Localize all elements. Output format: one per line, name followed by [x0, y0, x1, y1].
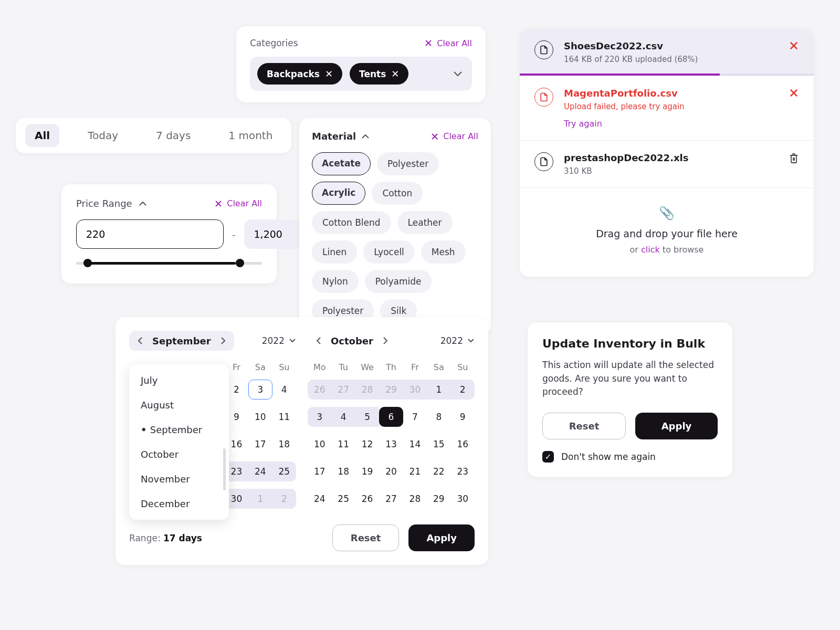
month-option[interactable]: August: [141, 400, 217, 411]
month-option[interactable]: November: [141, 474, 217, 485]
month-option[interactable]: December: [141, 498, 217, 509]
calendar-day[interactable]: 27: [379, 489, 403, 509]
chevron-right-icon[interactable]: [217, 335, 229, 346]
chevron-left-icon[interactable]: [134, 335, 146, 346]
calendar-day[interactable]: 27: [331, 380, 355, 400]
dropzone[interactable]: 📎Drag and drop your file hereor click to…: [520, 188, 814, 277]
calendar-day[interactable]: 21: [403, 461, 427, 481]
calendar-day[interactable]: 14: [403, 434, 427, 454]
chevron-right-icon[interactable]: [380, 335, 391, 346]
month-selector[interactable]: October: [308, 331, 396, 351]
calendar-day[interactable]: 11: [331, 434, 355, 454]
material-chip[interactable]: Acrylic: [312, 182, 365, 205]
retry-link[interactable]: Try again: [564, 119, 778, 129]
calendar-day[interactable]: 9: [451, 407, 475, 427]
calendar-day[interactable]: 4: [331, 407, 355, 427]
month-option[interactable]: July: [141, 375, 217, 386]
slider-thumb-min[interactable]: [83, 259, 92, 267]
category-chip[interactable]: Backpacks✕: [257, 63, 342, 85]
calendar-day[interactable]: 7: [403, 407, 427, 427]
calendar-day[interactable]: 11: [272, 407, 296, 427]
calendar-day[interactable]: 25: [272, 461, 296, 481]
material-title[interactable]: Material: [312, 131, 370, 142]
month-option[interactable]: October: [141, 449, 217, 460]
calendar-day[interactable]: 2: [451, 380, 475, 400]
calendar-day[interactable]: 2: [272, 489, 296, 509]
material-clear-all[interactable]: Clear All: [430, 131, 478, 141]
calendar-day[interactable]: 1: [427, 380, 450, 400]
chevron-left-icon[interactable]: [313, 335, 324, 346]
calendar-day[interactable]: 8: [427, 407, 450, 427]
calendar-day[interactable]: 3: [248, 380, 272, 400]
material-chip[interactable]: Mesh: [421, 240, 466, 264]
year-selector[interactable]: 2022: [262, 335, 296, 346]
scrollbar[interactable]: [223, 448, 226, 490]
trash-icon[interactable]: [789, 152, 799, 164]
material-chip[interactable]: Leather: [397, 211, 453, 234]
year-selector[interactable]: 2022: [440, 335, 475, 346]
calendar-day[interactable]: 24: [248, 461, 272, 481]
material-chip[interactable]: Cotton Blend: [312, 211, 391, 234]
dont-show-again-row[interactable]: ✓ Don't show me again: [542, 451, 718, 463]
confirm-apply-button[interactable]: Apply: [635, 413, 718, 439]
calendar-day[interactable]: 16: [451, 434, 475, 454]
calendar-day[interactable]: 18: [331, 461, 355, 481]
calendar-day[interactable]: 5: [355, 407, 379, 427]
slider-thumb-max[interactable]: [236, 259, 244, 267]
calendar-day[interactable]: 1: [248, 489, 272, 509]
calendar-day[interactable]: 29: [427, 489, 450, 509]
calendar-day[interactable]: 28: [355, 380, 379, 400]
calendar-day[interactable]: 24: [308, 489, 331, 509]
tab-7-days[interactable]: 7 days: [146, 124, 200, 147]
calendar-day[interactable]: 6: [379, 407, 403, 427]
calendar-day[interactable]: 20: [379, 461, 403, 481]
remove-icon[interactable]: ✕: [391, 68, 399, 79]
material-chip[interactable]: Polyester: [377, 152, 439, 175]
chevron-down-icon[interactable]: [453, 71, 463, 77]
checkbox-checked-icon[interactable]: ✓: [542, 451, 554, 463]
calendar-day[interactable]: 3: [308, 407, 331, 427]
calendar-day[interactable]: 12: [355, 434, 379, 454]
calendar-day[interactable]: 30: [403, 380, 427, 400]
calendar-day[interactable]: 22: [427, 461, 450, 481]
calendar-day[interactable]: 13: [379, 434, 403, 454]
confirm-reset-button[interactable]: Reset: [542, 413, 626, 439]
calendar-day[interactable]: 10: [248, 407, 272, 427]
calendar-day[interactable]: 23: [451, 461, 475, 481]
material-chip[interactable]: Cotton: [372, 182, 423, 205]
calendar-day[interactable]: 4: [272, 380, 296, 400]
date-reset-button[interactable]: Reset: [332, 524, 400, 551]
month-selector[interactable]: September: [129, 331, 234, 351]
tab-1-month[interactable]: 1 month: [219, 124, 282, 147]
calendar-day[interactable]: 19: [355, 461, 379, 481]
category-chip[interactable]: Tents✕: [350, 63, 408, 85]
category-chip-row[interactable]: Backpacks✕Tents✕: [250, 57, 472, 91]
calendar-day[interactable]: 18: [272, 434, 296, 454]
calendar-day[interactable]: 28: [403, 489, 427, 509]
calendar-day[interactable]: 15: [427, 434, 450, 454]
date-apply-button[interactable]: Apply: [408, 524, 475, 551]
price-min-input[interactable]: [76, 219, 224, 249]
browse-link[interactable]: click: [641, 245, 660, 255]
material-chip[interactable]: Linen: [312, 240, 357, 264]
material-chip[interactable]: Polyamide: [365, 270, 432, 293]
remove-icon[interactable]: ✕: [325, 68, 333, 79]
material-chip[interactable]: Nylon: [312, 270, 359, 293]
calendar-day[interactable]: 26: [308, 380, 331, 400]
calendar-day[interactable]: 30: [451, 489, 475, 509]
calendar-day[interactable]: 17: [248, 434, 272, 454]
calendar-day[interactable]: 10: [308, 434, 331, 454]
calendar-day[interactable]: 29: [379, 380, 403, 400]
tab-today[interactable]: Today: [78, 124, 128, 147]
calendar-day[interactable]: 17: [308, 461, 331, 481]
price-clear-all[interactable]: Clear All: [214, 198, 262, 208]
calendar-day[interactable]: 26: [355, 489, 379, 509]
calendar-day[interactable]: 25: [331, 489, 355, 509]
close-icon[interactable]: [789, 88, 799, 98]
categories-clear-all[interactable]: Clear All: [424, 38, 472, 48]
material-chip[interactable]: Lyocell: [363, 240, 415, 264]
tab-all[interactable]: All: [25, 124, 59, 147]
price-slider[interactable]: [76, 258, 262, 268]
material-chip[interactable]: Acetate: [312, 152, 371, 175]
month-option[interactable]: September: [141, 424, 217, 435]
